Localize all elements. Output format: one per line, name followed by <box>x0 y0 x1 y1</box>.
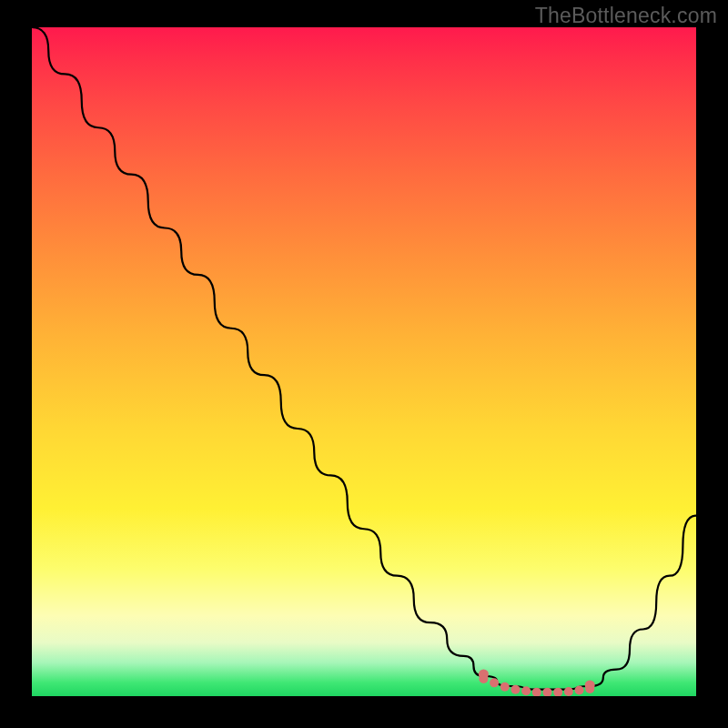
optimal-band-dots <box>479 669 595 696</box>
optimal-band-dot <box>511 685 520 694</box>
bottleneck-curve <box>32 27 696 690</box>
watermark-text: TheBottleneck.com <box>535 4 717 28</box>
optimal-band-dot <box>564 687 573 696</box>
plot-area <box>32 27 696 696</box>
optimal-band-dot <box>521 686 531 695</box>
chart-frame: TheBottleneck.com <box>0 0 728 728</box>
optimal-band-dot <box>575 685 584 694</box>
optimal-band-end-dot <box>585 680 595 690</box>
chart-overlay <box>32 27 696 696</box>
optimal-band-dot <box>500 682 510 692</box>
optimal-band-end-dot <box>479 669 489 679</box>
optimal-band-dot <box>490 678 499 687</box>
